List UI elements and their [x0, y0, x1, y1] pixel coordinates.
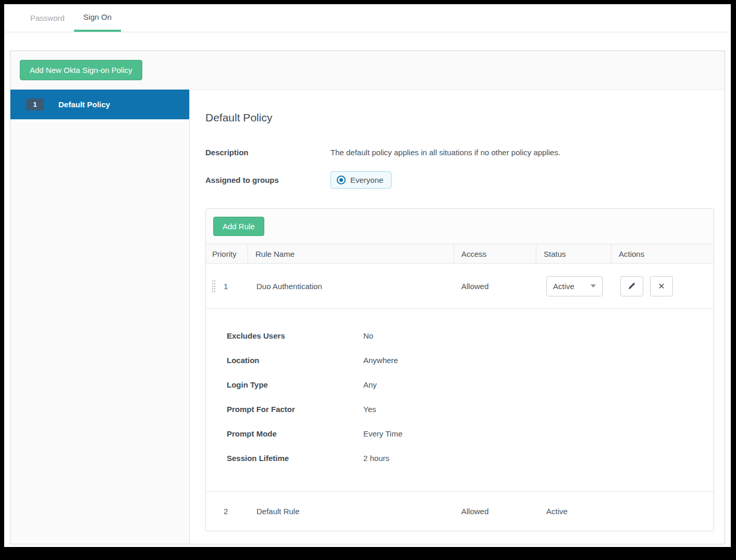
- rule-status-cell: Active: [536, 276, 611, 296]
- detail-row-login-type: Login Type Any: [227, 372, 714, 397]
- rules-panel: Add Rule Priority Rule Name Access Statu…: [205, 208, 714, 531]
- policy-priority-badge: 1: [26, 98, 44, 110]
- rules-toolbar: Add Rule: [206, 209, 714, 244]
- policy-item-label: Default Policy: [58, 100, 110, 109]
- tab-password-label: Password: [30, 14, 65, 22]
- column-header-access: Access: [453, 244, 536, 263]
- column-header-actions: Actions: [611, 244, 714, 263]
- sidebar-item-default-policy[interactable]: 1 Default Policy: [10, 90, 189, 119]
- table-row-default-rule: 2 Default Rule Allowed Active: [206, 491, 714, 531]
- rule-name: Duo Authentication: [248, 282, 453, 291]
- description-value: The default policy applies in all situat…: [330, 148, 560, 157]
- rule-details: Excludes Users No Location Anywhere Logi…: [206, 308, 714, 491]
- page-title: Default Policy: [205, 111, 710, 124]
- detail-label: Login Type: [227, 380, 363, 389]
- assigned-groups-label: Assigned to groups: [205, 176, 330, 184]
- add-policy-button[interactable]: Add New Okta Sign-on Policy: [20, 60, 142, 80]
- policy-meta: Description The default policy applies i…: [205, 148, 710, 189]
- tab-sign-on-label: Sign On: [83, 13, 112, 21]
- tab-sign-on[interactable]: Sign On: [74, 4, 121, 32]
- detail-value: No: [363, 331, 373, 340]
- detail-label: Excludes Users: [227, 331, 363, 340]
- delete-rule-button[interactable]: ✕: [650, 276, 673, 296]
- rule-actions-cell: ✕: [611, 276, 714, 296]
- detail-row-session-lifetime: Session Lifetime 2 hours: [227, 446, 714, 470]
- status-dropdown-value: Active: [553, 282, 574, 291]
- rule-priority-cell: 1: [206, 280, 248, 292]
- rules-table-header: Priority Rule Name Access Status Actions: [206, 244, 714, 264]
- assigned-group-chip[interactable]: Everyone: [330, 171, 391, 189]
- close-icon: ✕: [658, 281, 665, 291]
- detail-row-prompt-mode: Prompt Mode Every Time: [227, 421, 714, 446]
- status-dropdown[interactable]: Active: [546, 276, 603, 296]
- rule-priority: 1: [224, 282, 228, 291]
- rule-priority-cell: 2: [206, 507, 248, 516]
- detail-label: Prompt For Factor: [227, 405, 363, 414]
- policy-body: 1 Default Policy Default Policy Descript…: [10, 90, 725, 544]
- detail-label: Location: [227, 356, 363, 365]
- detail-row-excludes-users: Excludes Users No: [227, 323, 714, 348]
- rule-access: Allowed: [453, 507, 536, 516]
- tab-password[interactable]: Password: [21, 4, 74, 32]
- rule-name: Default Rule: [248, 507, 453, 516]
- detail-label: Prompt Mode: [227, 429, 363, 438]
- policy-list: 1 Default Policy: [10, 90, 190, 544]
- description-label: Description: [205, 148, 330, 157]
- column-header-status: Status: [536, 244, 611, 263]
- detail-value: Every Time: [363, 429, 402, 438]
- policy-toolbar: Add New Okta Sign-on Policy: [10, 51, 725, 90]
- column-header-priority: Priority: [206, 244, 248, 263]
- edit-rule-button[interactable]: [620, 276, 643, 296]
- radio-selected-icon: [337, 176, 346, 184]
- description-row: Description The default policy applies i…: [205, 148, 710, 157]
- column-header-rule-name: Rule Name: [248, 244, 453, 263]
- detail-value: Anywhere: [363, 356, 398, 365]
- drag-handle-icon[interactable]: [212, 280, 216, 292]
- detail-value: Any: [363, 380, 377, 389]
- detail-label: Session Lifetime: [227, 454, 363, 463]
- tab-bar: Password Sign On: [4, 4, 731, 32]
- sign-on-policy-card: Add New Okta Sign-on Policy 1 Default Po…: [10, 51, 725, 544]
- detail-value: 2 hours: [363, 454, 389, 463]
- chevron-down-icon: [591, 284, 596, 288]
- detail-row-prompt-for-factor: Prompt For Factor Yes: [227, 397, 714, 421]
- rule-priority: 2: [224, 507, 228, 516]
- add-rule-button[interactable]: Add Rule: [213, 217, 264, 236]
- app-page: Password Sign On Add New Okta Sign-on Po…: [4, 4, 731, 547]
- policy-content: Default Policy Description The default p…: [190, 90, 725, 544]
- rule-status: Active: [536, 507, 611, 516]
- table-row-duo-authentication: 1 Duo Authentication Allowed Active: [206, 264, 714, 308]
- pencil-icon: [628, 282, 636, 290]
- detail-row-location: Location Anywhere: [227, 348, 714, 372]
- assigned-groups-row: Assigned to groups Everyone: [205, 171, 710, 189]
- assigned-group-value: Everyone: [350, 176, 383, 184]
- rule-access: Allowed: [453, 282, 536, 291]
- detail-value: Yes: [363, 405, 376, 414]
